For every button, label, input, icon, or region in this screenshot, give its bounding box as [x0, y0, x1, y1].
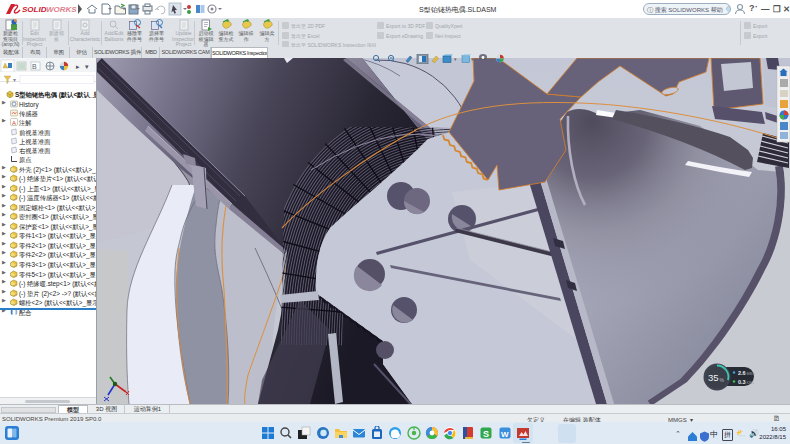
svg-text:S: S: [483, 429, 489, 439]
svg-text:▾: ▾: [85, 63, 89, 70]
svg-text:▾: ▾: [454, 56, 457, 62]
svg-text:0.3: 0.3: [738, 379, 746, 385]
svg-text:%: %: [720, 377, 725, 383]
svg-text:WORKS: WORKS: [46, 5, 77, 14]
svg-text:▸: ▸: [76, 63, 80, 70]
svg-text:B: B: [32, 63, 37, 70]
svg-text:A: A: [12, 120, 16, 126]
svg-text:▾: ▾: [13, 77, 16, 83]
svg-text:SOLID: SOLID: [22, 5, 47, 14]
svg-text:2.6: 2.6: [738, 370, 746, 376]
svg-text:W: W: [501, 430, 509, 439]
svg-text:▾: ▾: [471, 56, 474, 62]
svg-text:35: 35: [708, 372, 719, 383]
svg-text:MB/s: MB/s: [747, 372, 755, 376]
svg-text:▾: ▾: [489, 56, 492, 62]
svg-text:KB/s: KB/s: [747, 381, 755, 385]
